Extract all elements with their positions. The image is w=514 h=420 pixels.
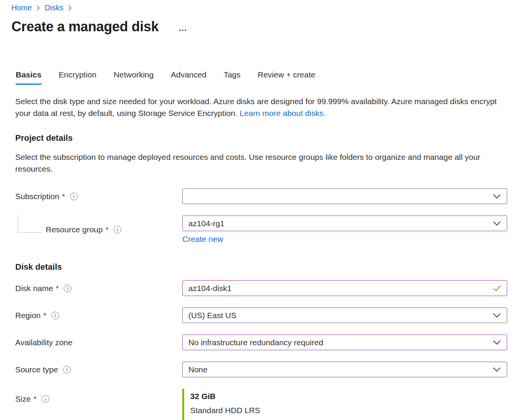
- intro-text: Select the disk type and size needed for…: [15, 95, 502, 119]
- breadcrumb-disks-link[interactable]: Disks: [45, 3, 63, 12]
- chevron-down-icon: [493, 340, 501, 345]
- breadcrumb-home-link[interactable]: Home: [11, 3, 32, 12]
- size-label-text: Size: [15, 394, 31, 404]
- valid-check-icon: [493, 285, 501, 291]
- disk-name-label-text: Disk name: [15, 283, 53, 293]
- size-row: Size * 32 GiB Standard HDD LRS: [15, 389, 514, 420]
- resource-group-row: Resource group * az104-rg1 Create new: [15, 216, 514, 244]
- required-asterisk: *: [62, 192, 65, 201]
- info-icon[interactable]: [114, 226, 121, 233]
- source-type-label-text: Source type: [15, 365, 58, 375]
- region-row: Region * (US) East US: [15, 307, 514, 323]
- more-options-button[interactable]: …: [178, 26, 187, 30]
- resource-group-label: Resource group *: [15, 225, 182, 235]
- chevron-down-icon: [493, 221, 501, 226]
- tab-basics[interactable]: Basics: [16, 70, 42, 85]
- region-value: (US) East US: [188, 311, 236, 320]
- source-type-label: Source type: [15, 365, 182, 375]
- region-dropdown[interactable]: (US) East US: [182, 307, 507, 323]
- size-summary[interactable]: 32 GiB Standard HDD LRS: [182, 389, 507, 420]
- chevron-right-icon: [68, 5, 72, 11]
- chevron-down-icon: [493, 194, 501, 199]
- region-label: Region *: [15, 311, 182, 320]
- size-sku: Standard HDD LRS: [190, 406, 507, 415]
- breadcrumb: Home Disks: [0, 0, 514, 12]
- tab-tags[interactable]: Tags: [223, 70, 240, 85]
- availability-zone-value: No infrastructure redundancy required: [188, 338, 323, 347]
- info-icon[interactable]: [51, 312, 59, 319]
- availability-zone-label: Availability zone: [15, 338, 182, 348]
- source-type-value: None: [188, 365, 207, 374]
- basics-form: Subscription * Resource group *: [15, 188, 514, 420]
- disk-name-field: [182, 280, 507, 296]
- tab-review-create[interactable]: Review + create: [258, 70, 315, 85]
- create-managed-disk-page: Home Disks Create a managed disk … Basic…: [0, 0, 514, 420]
- size-label: Size *: [15, 389, 182, 404]
- availability-zone-label-text: Availability zone: [15, 338, 72, 348]
- title-row: Create a managed disk …: [0, 18, 514, 35]
- disk-name-input[interactable]: [188, 284, 489, 293]
- learn-more-link[interactable]: Learn more about disks.: [239, 109, 325, 117]
- chevron-right-icon: [36, 5, 40, 11]
- availability-zone-dropdown[interactable]: No infrastructure redundancy required: [182, 335, 507, 350]
- disk-name-row: Disk name *: [15, 280, 514, 296]
- required-asterisk: *: [43, 311, 47, 320]
- info-icon[interactable]: [70, 193, 78, 200]
- disk-name-label: Disk name *: [15, 283, 182, 293]
- info-icon[interactable]: [64, 285, 71, 292]
- required-asterisk: *: [105, 225, 108, 234]
- subscription-row: Subscription *: [15, 188, 514, 204]
- tab-networking[interactable]: Networking: [114, 70, 154, 85]
- project-details-heading: Project details: [15, 133, 514, 143]
- size-value: 32 GiB: [190, 392, 507, 401]
- page-title: Create a managed disk: [11, 18, 159, 35]
- resource-group-dropdown[interactable]: az104-rg1: [182, 216, 507, 231]
- info-icon[interactable]: [63, 366, 71, 373]
- create-new-resource-group-link[interactable]: Create new: [182, 235, 223, 244]
- info-icon[interactable]: [42, 395, 49, 403]
- source-type-dropdown[interactable]: None: [182, 362, 507, 377]
- disk-details-heading: Disk details: [15, 262, 514, 272]
- availability-zone-row: Availability zone No infrastructure redu…: [15, 335, 514, 350]
- resource-group-label-text: Resource group: [46, 225, 103, 235]
- resource-group-value: az104-rg1: [188, 219, 225, 228]
- required-asterisk: *: [56, 284, 59, 293]
- tab-encryption[interactable]: Encryption: [59, 70, 96, 85]
- source-type-row: Source type None: [15, 362, 514, 377]
- hierarchy-connector-line: [18, 214, 41, 233]
- required-asterisk: *: [34, 394, 37, 404]
- chevron-down-icon: [493, 367, 501, 372]
- chevron-down-icon: [493, 313, 501, 318]
- tab-bar: Basics Encryption Networking Advanced Ta…: [16, 70, 514, 85]
- subscription-dropdown[interactable]: [182, 188, 507, 204]
- project-details-description: Select the subscription to manage deploy…: [15, 151, 502, 175]
- subscription-label-text: Subscription: [15, 191, 59, 201]
- tab-advanced[interactable]: Advanced: [171, 70, 206, 85]
- region-label-text: Region: [15, 311, 41, 320]
- subscription-label: Subscription *: [15, 191, 182, 201]
